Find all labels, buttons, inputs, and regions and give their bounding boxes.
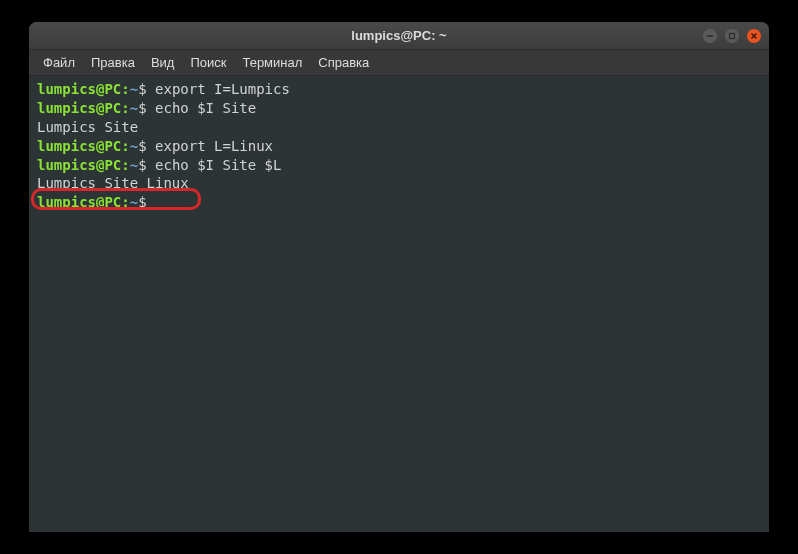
command-text: echo $I Site $L <box>155 157 281 173</box>
terminal-output: Lumpics Site Linux <box>37 174 761 193</box>
command-text: export L=Linux <box>155 138 273 154</box>
prompt-path: ~ <box>130 194 138 210</box>
minimize-icon <box>706 32 714 40</box>
prompt-sep: : <box>121 81 129 97</box>
prompt-path: ~ <box>130 100 138 116</box>
prompt-user: lumpics@PC <box>37 194 121 210</box>
prompt-user: lumpics@PC <box>37 100 121 116</box>
titlebar: lumpics@PC: ~ <box>29 22 769 50</box>
prompt-user: lumpics@PC <box>37 138 121 154</box>
menu-file[interactable]: Файл <box>35 52 83 73</box>
prompt-dollar: $ <box>138 157 146 173</box>
terminal-output: Lumpics Site <box>37 118 761 137</box>
minimize-button[interactable] <box>703 29 717 43</box>
prompt-sep: : <box>121 157 129 173</box>
terminal-line: lumpics@PC:~$ <box>37 193 761 212</box>
menu-help[interactable]: Справка <box>310 52 377 73</box>
menu-edit[interactable]: Правка <box>83 52 143 73</box>
prompt-user: lumpics@PC <box>37 157 121 173</box>
terminal-line: lumpics@PC:~$ export I=Lumpics <box>37 80 761 99</box>
command-text: export I=Lumpics <box>155 81 290 97</box>
command-text: echo $I Site <box>155 100 256 116</box>
prompt-sep: : <box>121 100 129 116</box>
prompt-path: ~ <box>130 81 138 97</box>
prompt-dollar: $ <box>138 100 146 116</box>
terminal-line: lumpics@PC:~$ echo $I Site <box>37 99 761 118</box>
window-controls <box>703 29 761 43</box>
close-icon <box>750 32 758 40</box>
menu-search[interactable]: Поиск <box>182 52 234 73</box>
window-title: lumpics@PC: ~ <box>351 28 446 43</box>
prompt-user: lumpics@PC <box>37 81 121 97</box>
terminal-line: lumpics@PC:~$ export L=Linux <box>37 137 761 156</box>
terminal-body[interactable]: lumpics@PC:~$ export I=Lumpics lumpics@P… <box>29 76 769 532</box>
maximize-icon <box>728 32 736 40</box>
prompt-dollar: $ <box>138 194 146 210</box>
prompt-path: ~ <box>130 157 138 173</box>
terminal-window: lumpics@PC: ~ Файл Правка Вид Поиск Терм… <box>29 22 769 532</box>
menubar: Файл Правка Вид Поиск Терминал Справка <box>29 50 769 76</box>
menu-terminal[interactable]: Терминал <box>234 52 310 73</box>
prompt-dollar: $ <box>138 81 146 97</box>
prompt-dollar: $ <box>138 138 146 154</box>
prompt-path: ~ <box>130 138 138 154</box>
prompt-sep: : <box>121 138 129 154</box>
terminal-line: lumpics@PC:~$ echo $I Site $L <box>37 156 761 175</box>
menu-view[interactable]: Вид <box>143 52 183 73</box>
svg-rect-1 <box>730 33 735 38</box>
close-button[interactable] <box>747 29 761 43</box>
maximize-button[interactable] <box>725 29 739 43</box>
prompt-sep: : <box>121 194 129 210</box>
